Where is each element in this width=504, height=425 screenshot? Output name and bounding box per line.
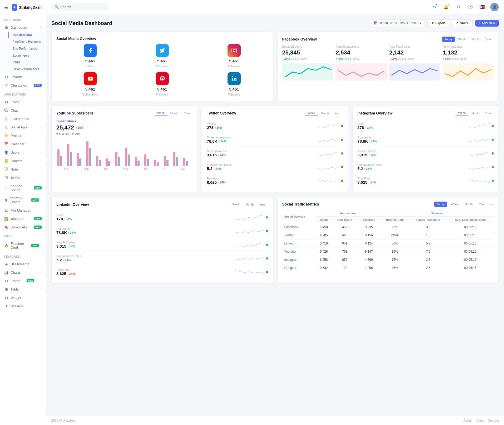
- sidebar-item-fintech[interactable]: FineTech / Business: [8, 38, 46, 45]
- search-box[interactable]: 🔍: [51, 3, 109, 11]
- sidebar-item-changelog[interactable]: ↺ Changelog 2.1.6: [0, 81, 46, 89]
- tab-today[interactable]: Today: [442, 37, 455, 42]
- cell-sessions: 9,235: [358, 223, 380, 231]
- footer-link-team[interactable]: Team: [476, 419, 483, 422]
- sidebar-item-dashboard[interactable]: ⊞ Dashboard ▾: [0, 23, 46, 32]
- mail-icon-btn[interactable]: ✉: [430, 3, 438, 11]
- dot: [266, 244, 268, 246]
- tab-month[interactable]: Month: [168, 110, 181, 116]
- tab-week[interactable]: Week: [448, 202, 461, 207]
- sidebar-item-firestore[interactable]: 🔥Firestore Crud New ›: [0, 239, 46, 252]
- tab-year[interactable]: Year: [483, 110, 494, 116]
- tab-month[interactable]: Month: [318, 110, 332, 116]
- sidebar-item-ecommerce-app[interactable]: 🛒eCommerce ›: [0, 114, 46, 123]
- svg-point-2: [235, 49, 236, 49]
- bar-gained: [57, 149, 60, 166]
- sidebar-item-charts[interactable]: 📊Charts ›: [0, 268, 46, 277]
- tab-month[interactable]: Month: [243, 202, 256, 207]
- settings-icon-btn[interactable]: ⚙: [454, 3, 462, 11]
- sidebar-item-import-export[interactable]: ⇅Import & Export New ›: [0, 194, 46, 206]
- tab-year[interactable]: Year: [257, 202, 268, 207]
- sidebar-item-task-app[interactable]: ✅Task App New: [0, 214, 46, 223]
- dot: [266, 257, 268, 259]
- bell-icon-btn[interactable]: 🔔: [442, 3, 450, 11]
- tab-year[interactable]: Year: [483, 37, 494, 42]
- cell-users: 6,258: [316, 256, 332, 264]
- sidebar-item-ecommerce[interactable]: Ecommerce: [8, 52, 46, 59]
- dot: [492, 180, 494, 182]
- cell-duration: 00:05:16: [447, 248, 494, 256]
- tab-month[interactable]: Month: [469, 110, 482, 116]
- sidebar-item-crm[interactable]: CRM: [8, 59, 46, 66]
- tab-week[interactable]: Week: [230, 202, 243, 207]
- bar-gained: [125, 148, 127, 166]
- cell-pages: 2.7: [409, 256, 447, 264]
- cell-network: Instagram: [282, 256, 316, 264]
- sidebar-item-file-manager[interactable]: 🗂File Manager: [0, 206, 46, 214]
- sidebar-item-bookmarks[interactable]: 🔖Bookmarks New: [0, 223, 46, 231]
- tab-year[interactable]: Year: [476, 202, 487, 207]
- export-button[interactable]: ⬆ Export: [427, 19, 449, 27]
- social-traffic-header: Social Traffic Metrics Today Week Month …: [282, 202, 494, 207]
- footer-link-contact[interactable]: Contact: [488, 419, 499, 422]
- sidebar-item-chat[interactable]: 💬Chat: [0, 106, 46, 114]
- sidebar-item-forms[interactable]: ⊟Froms New ›: [0, 277, 46, 285]
- subscribers-label: Subscribers: [56, 119, 193, 123]
- tab-year[interactable]: Year: [181, 110, 192, 116]
- tab-month[interactable]: Month: [462, 202, 475, 207]
- legend-gained: Gained: [56, 132, 68, 135]
- facebook-tabs: Today Week Month Year: [442, 37, 494, 42]
- sidebar-item-table[interactable]: ⊞Table ›: [0, 285, 46, 293]
- svg-point-5: [232, 76, 233, 77]
- sidebar-item-social-app[interactable]: ◎Social App ›: [0, 123, 46, 131]
- sidebar-item-widget[interactable]: ⊡Widget ›: [0, 293, 46, 302]
- sidebar-item-users[interactable]: 👤Users ›: [0, 148, 46, 157]
- sidebar-item-contact[interactable]: 📒Contact ›: [0, 157, 46, 165]
- hamburger-icon[interactable]: ☰: [4, 5, 8, 10]
- add-new-button[interactable]: + Add New: [475, 20, 499, 27]
- cell-bounce: 56%: [380, 239, 409, 248]
- sidebar-item-site-performance[interactable]: Site Performance: [8, 45, 46, 52]
- instagram-title: Instagram Overview: [357, 111, 392, 115]
- sidebar-item-social-media[interactable]: Social Media: [8, 32, 46, 38]
- search-input[interactable]: [60, 5, 106, 9]
- footer-link-about[interactable]: About: [463, 419, 472, 422]
- sidebar-item-layouts[interactable]: ⊡ Layouts ›: [0, 73, 46, 81]
- link-linkedin[interactable]: LinkedIn: [284, 242, 296, 245]
- share-button[interactable]: ↗ Share: [452, 19, 472, 27]
- calendar-icon: 📅: [373, 21, 377, 25]
- tab-week[interactable]: Week: [155, 110, 167, 116]
- tab-week[interactable]: Week: [456, 37, 468, 42]
- sidebar-item-todo[interactable]: ☑To-Do: [0, 173, 46, 182]
- contact-icon: 📒: [4, 159, 8, 163]
- date-range-picker[interactable]: 📅 Oct 30, 2019 - Nov 30, 2019 ▾: [370, 19, 425, 27]
- tab-today[interactable]: Today: [434, 202, 447, 207]
- link-google[interactable]: Google+: [284, 266, 297, 270]
- social-grid: 5,461 Likes 5,461 Followers: [56, 44, 268, 96]
- sidebar-item-ui-elements[interactable]: ◈UI Elements ›: [0, 260, 46, 268]
- social-overview-title: Social Media Overview: [56, 37, 96, 41]
- sidebar-item-wizards[interactable]: ✦Wizards: [0, 302, 46, 310]
- sidebar-item-sales[interactable]: Sales Performance: [8, 66, 46, 73]
- link-youtube[interactable]: Youtube: [284, 250, 296, 253]
- sidebar-item-project[interactable]: 📁Project ›: [0, 131, 46, 140]
- mail-notification-dot: [436, 4, 437, 6]
- link-instagram[interactable]: Instagram: [284, 258, 298, 262]
- facebook-label: Likes: [87, 65, 94, 68]
- linkedin-card: Linkedin Overview Week Month Year Likes …: [51, 197, 273, 284]
- sidebar-item-email[interactable]: ✉Email: [0, 98, 46, 106]
- clock-icon-btn[interactable]: 🕐: [466, 3, 475, 11]
- sidebar-item-kanban[interactable]: ⊞Kanban Board New: [0, 182, 46, 194]
- tab-week[interactable]: Week: [456, 110, 468, 116]
- tab-month[interactable]: Month: [469, 37, 482, 42]
- avatar[interactable]: 👤: [490, 3, 499, 11]
- tab-week[interactable]: Week: [305, 110, 318, 116]
- tab-year[interactable]: Year: [332, 110, 343, 116]
- sidebar-item-calendar[interactable]: 📅Calendar: [0, 140, 46, 148]
- sidebar-item-note[interactable]: 📝Note: [0, 165, 46, 173]
- link-twitter[interactable]: Twitter: [284, 233, 294, 237]
- link-facebook[interactable]: Facebook: [284, 225, 298, 229]
- row-3: Linkedin Overview Week Month Year Likes …: [51, 197, 499, 284]
- more-options-icon[interactable]: ⋯: [490, 202, 494, 207]
- language-flag[interactable]: 🇬🇧: [478, 3, 487, 11]
